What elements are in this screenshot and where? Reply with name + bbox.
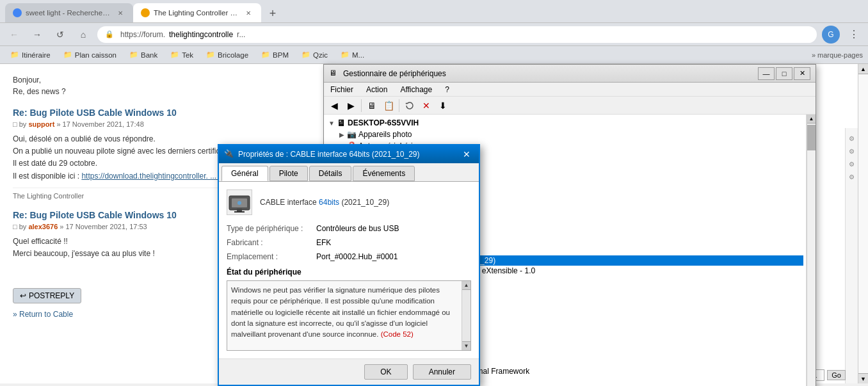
dm-toolbar-back[interactable]: ◀ [326, 99, 342, 113]
new-tab-button[interactable]: + [264, 4, 282, 22]
dm-scroll-track [807, 150, 816, 386]
dm-toolbar-computer[interactable]: 🖥 [364, 99, 380, 113]
post-1-author: support [28, 120, 54, 128]
dm-toolbar-remove[interactable]: ✕ [419, 99, 434, 113]
bookmark-tek[interactable]: Tek [165, 49, 198, 60]
dm-window-buttons: — □ ✕ [758, 67, 810, 80]
prop-status-text: Windows ne peut pas vérifier la signatur… [231, 286, 450, 338]
prop-device-name: CABLE interface 64bits (2021_10_29) [260, 197, 389, 208]
address-input-wrapper[interactable]: 🔒 https://forum.thelightingcontroller... [97, 26, 817, 43]
dm-maximize-btn[interactable]: □ [776, 67, 792, 80]
dm-minimize-btn[interactable]: — [758, 67, 775, 80]
prop-tab-general[interactable]: Général [221, 166, 268, 181]
dm-scroll-thumb[interactable] [807, 125, 816, 150]
prop-field-fabricant: Fabricant : EFK [227, 238, 471, 247]
dm-menu-action[interactable]: Action [360, 84, 394, 95]
tab-google[interactable]: sweet light - Recherche Google ✕ [5, 3, 133, 22]
properties-dialog: 🔌 Propriétés de : CABLE interface 64bits… [218, 144, 480, 386]
tab-google-close[interactable]: ✕ [115, 8, 125, 18]
lock-icon: 🔒 [105, 30, 114, 38]
scroll-up-btn[interactable]: ▲ [858, 64, 868, 74]
toolbar-separator-1 [361, 99, 362, 112]
forward-button[interactable]: → [28, 26, 46, 44]
root-icon: 🖥 [337, 118, 346, 128]
bookmark-bpm[interactable]: BPM [256, 49, 294, 60]
forum-scrollbar[interactable]: ▲ ▼ [858, 64, 868, 383]
go-button[interactable]: Go [827, 370, 846, 380]
settings-icon-2[interactable]: ⚙ [847, 146, 857, 156]
toolbar-separator-2 [399, 99, 399, 112]
post-1-date: 17 November 2021, 17:48 [63, 120, 144, 128]
more-bookmarks[interactable]: » marque-pages [812, 51, 863, 59]
prop-close-button[interactable]: ✕ [460, 148, 474, 161]
bookmark-itineraire[interactable]: Itinéraire [5, 49, 56, 60]
prop-field-type-value: Contrôleurs de bus USB [316, 224, 399, 233]
dm-menubar: Fichier Action Affichage ? [324, 83, 816, 97]
tab-forum[interactable]: The Lighting Controller • View topic ✕ [133, 3, 261, 22]
prop-tab-evenements[interactable]: Événements [353, 166, 415, 181]
root-label: DESKTOP-6S5VVIH [348, 118, 419, 127]
back-button[interactable]: ← [5, 26, 23, 44]
tab-google-favicon [13, 8, 22, 17]
prop-footer: OK Annuler [219, 358, 479, 385]
bookmark-bank[interactable]: Bank [124, 49, 163, 60]
prop-device-header: CABLE interface 64bits (2021_10_29) [227, 189, 471, 215]
dm-toolbar-refresh[interactable] [402, 99, 417, 113]
bookmark-m[interactable]: M... [335, 49, 369, 60]
root-expand: ▼ [326, 118, 337, 128]
prop-device-name-part2: (2021_10_29) [339, 198, 389, 207]
dm-scrollbar[interactable]: ▲ ▼ [807, 115, 816, 386]
browser-chrome: sweet light - Recherche Google ✕ The Lig… [0, 0, 868, 64]
post-2-author: alex3676 [28, 223, 58, 230]
prop-titlebar: 🔌 Propriétés de : CABLE interface 64bits… [219, 145, 479, 163]
profile-icon[interactable]: G [822, 26, 840, 44]
prop-scroll-up[interactable]: ▲ [462, 281, 470, 290]
bookmark-bricolage[interactable]: Bricolage [201, 49, 253, 60]
dm-titlebar: 🖥 Gestionnaire de périphériques — □ ✕ [324, 65, 816, 83]
browser-menu-button[interactable]: ⋮ [845, 26, 863, 44]
dm-title-icon: 🖥 [329, 68, 339, 79]
tab-google-title: sweet light - Recherche Google [26, 9, 111, 17]
dm-toolbar: ◀ ▶ 🖥 📋 ✕ ⬇ [324, 97, 816, 115]
prop-device-name-highlight: 64bits [319, 198, 339, 207]
prop-body: CABLE interface 64bits (2021_10_29) Type… [219, 182, 479, 358]
prop-code-error: (Code 52) [381, 330, 414, 338]
prop-tab-details[interactable]: Détails [309, 166, 352, 181]
prop-textbox-scrollbar[interactable]: ▲ ▼ [462, 281, 470, 350]
dm-menu-fichier[interactable]: Fichier [324, 84, 360, 95]
prop-scroll-down[interactable]: ▼ [462, 341, 470, 350]
home-button[interactable]: ⌂ [74, 26, 92, 44]
dm-toolbar-properties[interactable]: 📋 [381, 99, 396, 113]
dm-scroll-up[interactable]: ▲ [807, 115, 816, 124]
dm-toolbar-scan[interactable]: ⬇ [435, 99, 451, 113]
refresh-button[interactable]: ↺ [51, 26, 69, 44]
prop-ok-button[interactable]: OK [364, 364, 407, 380]
dm-toolbar-forward[interactable]: ▶ [343, 99, 358, 113]
prop-cancel-button[interactable]: Annuler [413, 364, 471, 380]
scroll-track [858, 74, 868, 373]
prop-field-fabricant-value: EFK [316, 238, 331, 247]
dm-menu-help[interactable]: ? [438, 84, 456, 95]
tab-forum-close[interactable]: ✕ [243, 8, 253, 18]
return-link-text: Return to Cable [19, 310, 73, 319]
settings-icon-4[interactable]: ⚙ [847, 172, 857, 182]
dm-close-btn[interactable]: ✕ [794, 67, 810, 80]
prop-field-type: Type de périphérique : Contrôleurs de bu… [227, 224, 471, 233]
settings-icons-panel: ⚙ ⚙ ⚙ ⚙ [845, 128, 858, 383]
svg-point-4 [237, 201, 241, 205]
settings-icon-3[interactable]: ⚙ [847, 159, 857, 169]
settings-icon-1[interactable]: ⚙ [847, 133, 857, 143]
tree-item-appareils-photo[interactable]: ▶ 📷 Appareils photo [326, 129, 803, 140]
prop-tab-pilote[interactable]: Pilote [269, 166, 308, 181]
bookmark-plan-caisson[interactable]: Plan caisson [58, 49, 122, 60]
tab-forum-title: The Lighting Controller • View topic [154, 9, 239, 17]
svg-rect-3 [234, 211, 245, 213]
bookmark-qzic[interactable]: Qzic [296, 49, 333, 60]
post-reply-button[interactable]: ↩ POSTREPLY [13, 288, 81, 303]
prop-scroll-track2 [462, 290, 470, 341]
bookmarks-bar: Itinéraire Plan caisson Bank Tek Bricola… [0, 46, 868, 64]
scroll-down-btn[interactable]: ▼ [858, 373, 868, 383]
prop-status-title: État du périphérique [227, 268, 471, 277]
tree-item-root[interactable]: ▼ 🖥 DESKTOP-6S5VVIH [326, 117, 803, 129]
dm-menu-affichage[interactable]: Affichage [394, 84, 438, 95]
